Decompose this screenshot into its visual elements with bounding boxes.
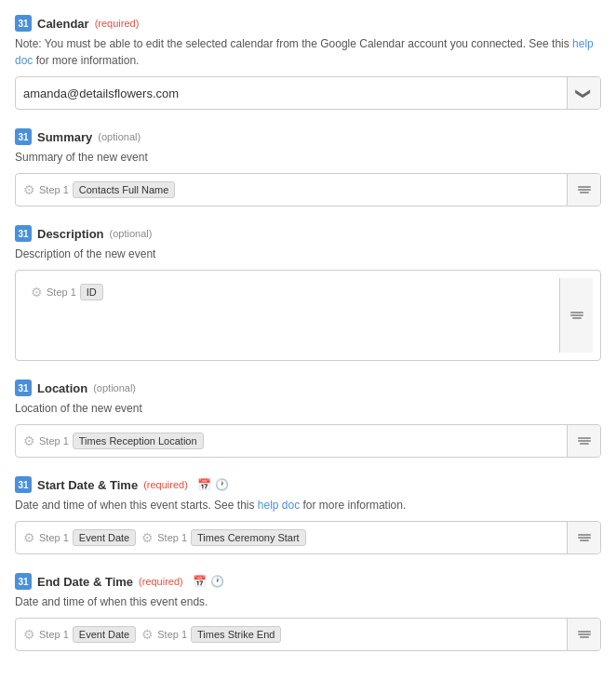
location-optional: (optional) [93, 382, 136, 393]
summary-note: Summary of the new event [15, 149, 601, 166]
calendar-dropdown[interactable]: amanda@detailsflowers.com ❯ [15, 76, 601, 110]
location-token-step: Step 1 [39, 435, 69, 446]
summary-gear-icon: ⚙ [23, 182, 35, 197]
description-header: 31 Description (optional) [15, 225, 601, 242]
start-datetime-required: (required) [143, 479, 188, 490]
end-datetime-badge: 31 [15, 573, 32, 590]
start-datetime-token-step-0: Step 1 [39, 532, 69, 543]
calendar-badge: 31 [15, 15, 32, 32]
description-input[interactable]: ⚙ Step 1 ID [15, 270, 601, 361]
end-datetime-token-0: ⚙ Step 1 Event Date [23, 626, 136, 643]
calendar-chevron-button[interactable]: ❯ [567, 77, 600, 109]
summary-input-content: ⚙ Step 1 Contacts Full Name [16, 174, 567, 206]
description-section: 31 Description (optional) Description of… [15, 225, 601, 361]
clock-icon: 🕐 [215, 478, 229, 491]
location-badge: 31 [15, 380, 32, 396]
description-reorder-button[interactable] [559, 278, 593, 353]
location-input-content: ⚙ Step 1 Times Reception Location [16, 425, 567, 457]
end-datetime-input-content: ⚙ Step 1 Event Date ⚙ Step 1 Times Strik… [16, 619, 567, 650]
start-datetime-gear-icon-0: ⚙ [23, 530, 35, 545]
summary-token-0: ⚙ Step 1 Contacts Full Name [23, 181, 175, 198]
end-datetime-gear-icon-0: ⚙ [23, 627, 35, 642]
description-badge: 31 [15, 225, 32, 242]
reorder-icon [570, 312, 583, 319]
calendar-icon: 📅 [197, 478, 211, 491]
end-calendar-icon: 📅 [193, 575, 207, 588]
start-datetime-token-1: ⚙ Step 1 Times Ceremony Start [141, 529, 305, 546]
end-datetime-token-step-0: Step 1 [39, 629, 69, 640]
calendar-note: Note: You must be able to edit the selec… [15, 35, 601, 69]
summary-badge: 31 [15, 128, 32, 145]
calendar-value: amanda@detailsflowers.com [23, 87, 179, 100]
reorder-icon [578, 437, 591, 445]
end-datetime-reorder-button[interactable] [567, 619, 600, 650]
description-optional: (optional) [110, 228, 153, 239]
start-datetime-reorder-button[interactable] [567, 522, 600, 553]
location-token-label: Times Reception Location [73, 433, 204, 449]
end-datetime-section: 31 End Date & Time (required) 📅 🕐 Date a… [15, 573, 601, 651]
reorder-icon [578, 631, 591, 638]
location-token-0: ⚙ Step 1 Times Reception Location [23, 433, 204, 449]
chevron-down-icon: ❯ [575, 87, 593, 100]
start-datetime-token-step-1: Step 1 [157, 532, 187, 543]
start-datetime-gear-icon-1: ⚙ [141, 530, 154, 545]
summary-title: Summary [37, 130, 92, 144]
location-title: Location [37, 381, 87, 395]
end-datetime-required: (required) [139, 576, 183, 587]
start-datetime-help-link[interactable]: help doc [258, 499, 300, 512]
location-header: 31 Location (optional) [15, 380, 601, 396]
summary-reorder-button[interactable] [567, 174, 600, 206]
start-datetime-note: Date and time of when this event starts.… [15, 497, 601, 513]
description-token-step: Step 1 [47, 287, 76, 298]
start-datetime-input-content: ⚙ Step 1 Event Date ⚙ Step 1 Times Cerem… [16, 522, 567, 553]
start-datetime-token-label-1: Times Ceremony Start [191, 529, 306, 546]
start-datetime-input[interactable]: ⚙ Step 1 Event Date ⚙ Step 1 Times Cerem… [15, 521, 601, 554]
summary-token-label: Contacts Full Name [73, 181, 176, 198]
end-datetime-input[interactable]: ⚙ Step 1 Event Date ⚙ Step 1 Times Strik… [15, 618, 601, 651]
calendar-title: Calendar [37, 17, 89, 31]
summary-section: 31 Summary (optional) Summary of the new… [15, 128, 601, 207]
location-section: 31 Location (optional) Location of the n… [15, 380, 601, 458]
calendar-required: (required) [95, 18, 140, 29]
calendar-section: 31 Calendar (required) Note: You must be… [15, 15, 601, 110]
description-note: Description of the new event [15, 246, 601, 262]
start-datetime-title: Start Date & Time [37, 478, 138, 492]
description-token-0: ⚙ Step 1 ID [31, 284, 103, 300]
end-datetime-token-label-1: Times Strike End [191, 626, 281, 643]
end-datetime-token-step-1: Step 1 [157, 629, 187, 640]
start-datetime-badge: 31 [15, 476, 32, 493]
location-input[interactable]: ⚙ Step 1 Times Reception Location [15, 424, 601, 458]
calendar-input-content: amanda@detailsflowers.com [16, 77, 567, 109]
summary-input[interactable]: ⚙ Step 1 Contacts Full Name [15, 173, 601, 207]
end-datetime-header: 31 End Date & Time (required) 📅 🕐 [15, 573, 601, 590]
description-title: Description [37, 227, 104, 241]
start-datetime-icons: 📅 🕐 [197, 478, 229, 491]
summary-header: 31 Summary (optional) [15, 128, 601, 145]
location-note: Location of the new event [15, 400, 601, 417]
reorder-icon [578, 534, 591, 541]
description-gear-icon: ⚙ [31, 285, 43, 300]
start-datetime-header: 31 Start Date & Time (required) 📅 🕐 [15, 476, 601, 493]
end-datetime-icons: 📅 🕐 [193, 575, 224, 588]
summary-optional: (optional) [98, 131, 141, 142]
end-datetime-token-1: ⚙ Step 1 Times Strike End [141, 626, 281, 643]
end-datetime-note: Date and time of when this event ends. [15, 593, 601, 610]
reorder-icon [578, 186, 591, 193]
calendar-header: 31 Calendar (required) [15, 15, 601, 32]
end-datetime-gear-icon-1: ⚙ [141, 627, 154, 642]
location-reorder-button[interactable] [567, 425, 600, 457]
end-datetime-title: End Date & Time [37, 575, 133, 589]
start-datetime-token-0: ⚙ Step 1 Event Date [23, 529, 136, 546]
start-datetime-section: 31 Start Date & Time (required) 📅 🕐 Date… [15, 476, 601, 554]
description-input-content: ⚙ Step 1 ID [23, 278, 559, 353]
end-clock-icon: 🕐 [210, 575, 224, 588]
description-token-label: ID [80, 284, 103, 300]
start-datetime-token-label-0: Event Date [73, 529, 136, 546]
summary-token-step: Step 1 [39, 184, 69, 195]
location-gear-icon: ⚙ [23, 433, 35, 448]
end-datetime-token-label-0: Event Date [73, 626, 136, 643]
